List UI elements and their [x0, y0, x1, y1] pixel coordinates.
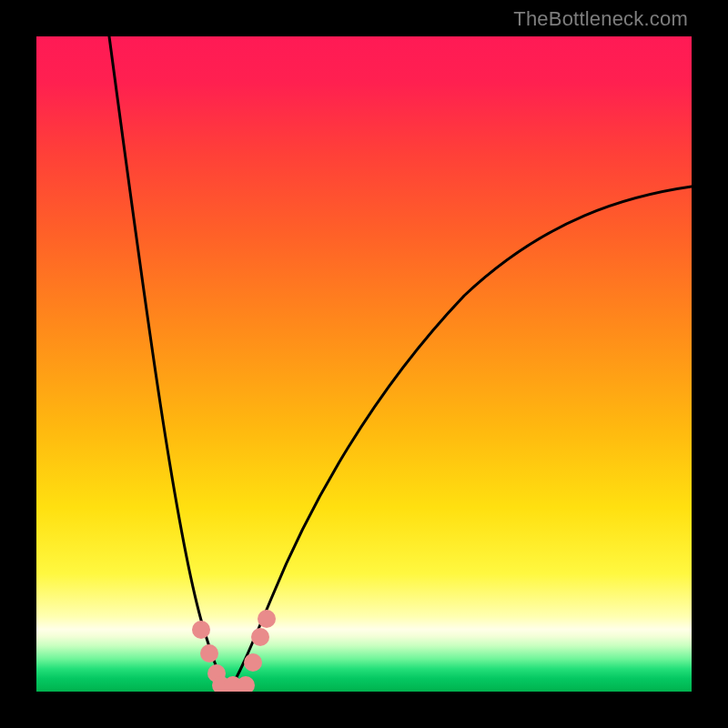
marker-dot — [192, 621, 210, 639]
watermark-text: TheBottleneck.com — [513, 7, 688, 31]
bottleneck-curve — [109, 36, 692, 692]
chart-svg — [36, 36, 692, 692]
marker-dot — [258, 610, 276, 628]
marker-dot — [244, 653, 262, 672]
marker-dot — [200, 644, 218, 662]
plot-area — [36, 36, 692, 692]
marker-dot — [251, 628, 269, 646]
marker-dot — [237, 676, 255, 692]
marker-group — [192, 610, 276, 692]
chart-frame: TheBottleneck.com — [0, 0, 728, 728]
